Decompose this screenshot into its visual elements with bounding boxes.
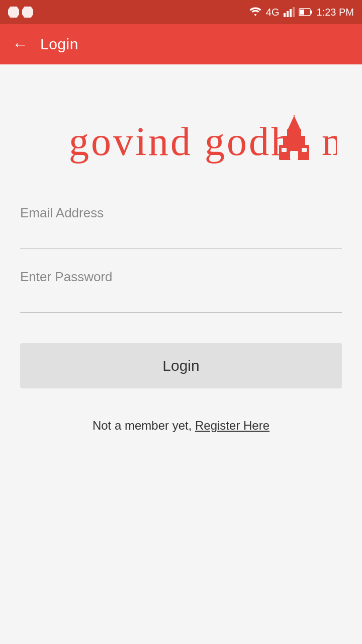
register-prompt: Not a member yet, Register Here [20,419,342,433]
login-form: Email Address Enter Password Login Not a… [20,205,342,433]
svg-text:m: m [322,119,337,164]
svg-rect-14 [282,148,287,152]
email-label: Email Address [20,205,342,221]
app-bar-title: Login [40,36,78,53]
battery-icon [299,8,313,17]
svg-rect-13 [290,151,298,160]
svg-text:govind godh: govind godh [69,119,293,164]
svg-rect-0 [284,13,286,17]
notification-icon [8,7,19,18]
password-label: Enter Password [20,269,342,285]
svg-rect-1 [287,11,289,17]
app-bar: ← Login [0,24,362,64]
svg-rect-15 [302,148,307,152]
svg-rect-10 [287,129,301,138]
back-button[interactable]: ← [12,36,28,52]
status-bar-right: 4G 1:23 PM [249,7,354,18]
status-bar: 4G 1:23 PM [0,0,362,24]
svg-rect-5 [300,10,304,15]
login-button[interactable]: Login [20,343,342,388]
status-bar-left [8,7,33,18]
email-input[interactable] [20,225,342,249]
time-display: 1:23 PM [317,7,354,18]
logo-container: govind godh m [25,105,337,175]
register-prompt-text: Not a member yet, [93,419,195,432]
password-input[interactable] [20,289,342,313]
register-here-link[interactable]: Register Here [195,419,269,432]
svg-rect-3 [293,7,295,17]
wifi-icon [249,7,262,17]
svg-rect-2 [290,9,292,17]
brand-logo: govind godh m [25,105,337,175]
notification-icon-2 [22,7,33,18]
email-input-group: Email Address [20,205,342,249]
network-type: 4G [266,7,280,18]
main-content: govind godh m [0,64,362,644]
svg-rect-6 [310,11,312,14]
password-input-group: Enter Password [20,269,342,313]
signal-icon [284,7,295,17]
